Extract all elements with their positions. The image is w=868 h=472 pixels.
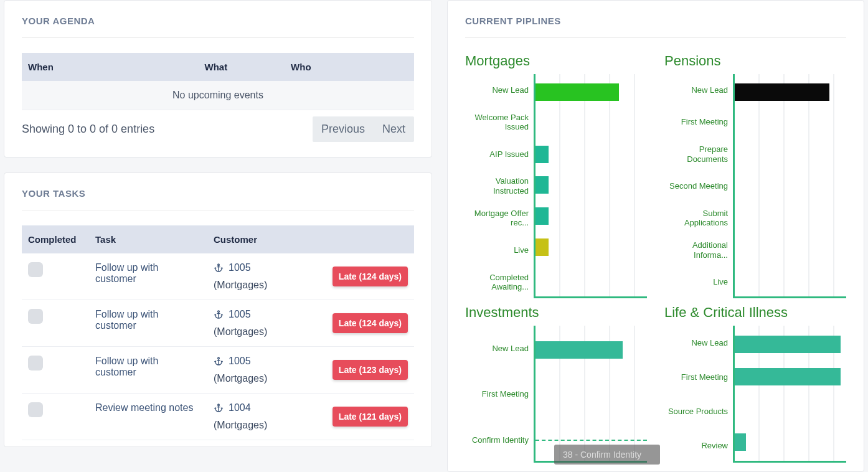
task-customer-category: (Mortgages) (214, 326, 314, 337)
pipeline-bars-area[interactable]: 38 - Confirm Identity (534, 326, 647, 463)
pipeline-bars-area[interactable] (733, 74, 846, 298)
agenda-col-who[interactable]: Who (285, 53, 414, 81)
pipeline-category-label: Valuation Instructed (465, 174, 529, 198)
pipeline-chart: PensionsNew LeadFirst MeetingPrepare Doc… (664, 53, 846, 298)
anchor-icon (214, 309, 224, 319)
task-row: Follow up with customer 1005 (Mortgages)… (22, 300, 414, 347)
pipelines-title: CURRENT PIPLINES (465, 16, 846, 38)
tasks-col-completed[interactable]: Completed (22, 225, 89, 253)
anchor-icon (214, 263, 224, 273)
anchor-icon (214, 356, 224, 366)
pipeline-bar[interactable] (735, 368, 841, 385)
pipeline-category-label: Mortgage Offer rec... (465, 206, 529, 230)
pipeline-bar[interactable] (735, 433, 746, 451)
task-customer-id: 1005 (229, 262, 251, 273)
task-text[interactable]: Follow up with customer (89, 347, 207, 394)
pipeline-bar[interactable] (535, 83, 619, 101)
pipeline-category-label: Prepare Documents (664, 143, 728, 166)
pipeline-bar[interactable] (535, 207, 549, 225)
pipeline-bars-area[interactable] (733, 326, 846, 463)
tasks-col-task[interactable]: Task (89, 225, 207, 253)
task-complete-checkbox[interactable] (28, 262, 43, 277)
pipeline-chart-title: Mortgages (465, 53, 647, 69)
pipeline-category-label: Confirm Identity (465, 428, 529, 451)
task-customer-id: 1005 (229, 356, 251, 367)
pipeline-category-label: First Meeting (664, 110, 728, 134)
task-text[interactable]: Follow up with customer (89, 300, 207, 347)
pipeline-tooltip: 38 - Confirm Identity (554, 445, 660, 465)
pipeline-bar[interactable] (535, 176, 549, 194)
task-customer-link[interactable]: 1005 (214, 356, 314, 367)
anchor-icon (214, 403, 224, 413)
task-customer-category: (Mortgages) (214, 420, 314, 431)
pipeline-category-label: Review (664, 434, 728, 458)
agenda-title: YOUR AGENDA (22, 16, 414, 38)
task-complete-checkbox[interactable] (28, 309, 43, 324)
tasks-title: YOUR TASKS (22, 188, 414, 210)
task-row: Follow up with customer 1005 (Mortgages)… (22, 347, 414, 394)
task-row: Follow up with customer 1005 (Mortgages)… (22, 253, 414, 300)
task-text[interactable]: Review meeting notes (89, 394, 207, 440)
pipeline-category-label: Additional Informa... (664, 238, 728, 262)
task-late-badge: Late (123 days) (333, 360, 408, 380)
pipeline-category-label: First Meeting (664, 366, 728, 389)
agenda-next-button[interactable]: Next (374, 116, 414, 142)
agenda-table: When What Who No upcoming events (22, 53, 414, 110)
task-customer-category: (Mortgages) (214, 373, 314, 384)
pipeline-category-label: Completed Awaiting... (465, 270, 529, 294)
pipeline-category-label: New Lead (664, 331, 728, 355)
task-late-badge: Late (121 days) (333, 407, 408, 427)
pipeline-category-label: First Meeting (465, 382, 529, 406)
task-text[interactable]: Follow up with customer (89, 253, 207, 300)
pipeline-category-label: Second Meeting (664, 174, 728, 198)
pipeline-bar[interactable] (535, 341, 623, 359)
pipeline-category-label: New Lead (465, 78, 529, 102)
pipeline-chart: Life & Critical IllnessNew LeadFirst Mee… (664, 304, 846, 463)
task-customer-id: 1004 (229, 402, 251, 413)
task-complete-checkbox[interactable] (28, 356, 43, 371)
pipeline-chart: InvestmentsNew LeadFirst MeetingConfirm … (465, 304, 647, 463)
pipeline-chart: MortgagesNew LeadWelcome Pack IssuedAIP … (465, 53, 647, 298)
tasks-col-customer[interactable]: Customer (207, 225, 321, 253)
task-customer-link[interactable]: 1004 (214, 402, 314, 413)
pipeline-bar[interactable] (735, 336, 841, 353)
pipeline-bar[interactable] (735, 83, 829, 101)
task-customer-link[interactable]: 1005 (214, 309, 314, 320)
agenda-empty-row: No upcoming events (22, 81, 414, 110)
pipeline-category-label: Source Products (664, 400, 728, 423)
task-customer-link[interactable]: 1005 (214, 262, 314, 273)
tasks-card: YOUR TASKS Completed Task Customer Follo… (4, 172, 432, 447)
task-customer-category: (Mortgages) (214, 280, 314, 291)
tasks-table: Completed Task Customer Follow up with c… (22, 225, 414, 440)
pipeline-category-label: AIP Issued (465, 143, 529, 166)
agenda-empty-text: No upcoming events (22, 81, 414, 110)
pipeline-chart-title: Life & Critical Illness (664, 304, 846, 321)
pipeline-bar[interactable] (535, 238, 549, 256)
agenda-prev-button[interactable]: Previous (313, 116, 374, 142)
pipeline-category-label: Welcome Pack Issued (465, 110, 529, 134)
pipeline-category-label: New Lead (664, 78, 728, 102)
task-complete-checkbox[interactable] (28, 402, 43, 417)
task-customer-id: 1005 (229, 309, 251, 320)
pipeline-highlight-marker (535, 440, 647, 441)
agenda-card: YOUR AGENDA When What Who No upcoming ev… (4, 0, 432, 158)
pipeline-chart-title: Investments (465, 304, 647, 321)
tasks-col-status (321, 225, 414, 253)
agenda-entries-text: Showing 0 to 0 of 0 entries (22, 123, 154, 136)
pipeline-category-label: New Lead (465, 337, 529, 361)
agenda-col-when[interactable]: When (22, 53, 199, 81)
pipeline-category-label: Live (465, 238, 529, 262)
pipeline-category-label: Submit Applications (664, 206, 728, 230)
task-late-badge: Late (124 days) (333, 313, 408, 333)
task-row: Review meeting notes 1004 (Mortgages) La… (22, 394, 414, 440)
pipeline-bar[interactable] (535, 146, 549, 163)
pipeline-chart-title: Pensions (664, 53, 846, 69)
pipelines-card: CURRENT PIPLINES MortgagesNew LeadWelcom… (447, 0, 864, 472)
task-late-badge: Late (124 days) (333, 267, 408, 286)
agenda-col-what[interactable]: What (199, 53, 285, 81)
pipeline-category-label: Live (664, 270, 728, 294)
agenda-pager: Previous Next (313, 116, 414, 142)
pipeline-bars-area[interactable] (534, 74, 647, 298)
